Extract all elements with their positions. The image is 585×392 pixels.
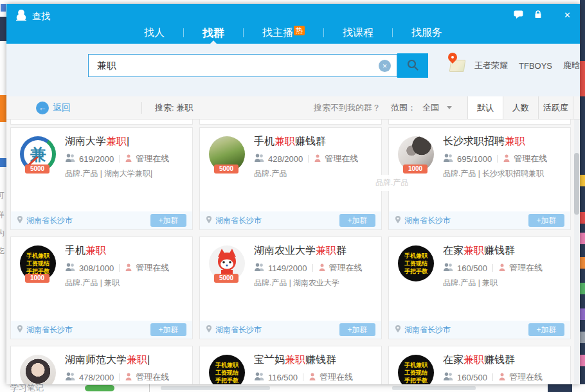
name-part: 手机 [65, 245, 86, 256]
card-footer: 湖南省长沙市 +加群 [200, 321, 381, 339]
location-pin-icon [206, 215, 212, 226]
sort-tab-default[interactable]: 默认 [467, 96, 503, 119]
group-card[interactable]: 湖南师范大学兼职| 478/2000 管理在线 品牌.产品 [10, 346, 193, 384]
group-stats: 695/1000 管理在线 [443, 153, 565, 165]
card-footer: 湖南省长沙市 +加群 [200, 211, 381, 229]
location-text: 湖南省长沙市 [215, 325, 262, 335]
divider [312, 264, 313, 272]
lock-icon[interactable] [534, 10, 542, 21]
members-icon [65, 372, 76, 382]
divider [492, 373, 493, 381]
group-avatar [20, 355, 56, 384]
scrollbar-track[interactable] [574, 120, 579, 384]
group-card[interactable]: 手机兼职 工资现结 手把手教 在家兼职赚钱群 160/500 管理在线 [388, 346, 571, 384]
divider [119, 155, 120, 163]
background-artifact [580, 355, 585, 366]
background-artifact [580, 283, 585, 294]
member-count: 478/2000 [79, 373, 114, 382]
avatar-text-line: 手把手教 [215, 377, 239, 384]
nearby-map-icon[interactable] [446, 52, 467, 74]
tab-find-people[interactable]: 找人 [143, 26, 166, 40]
avatar-text-line: 手机兼职 [26, 252, 50, 260]
member-count: 308/1000 [79, 263, 114, 273]
back-button[interactable]: 返回 [36, 102, 71, 114]
group-card[interactable]: 兼 5000 湖南大学兼职| 619/2000 管理在线 品牌.产品 | 湖南大… [10, 127, 193, 230]
group-avatar: 手机兼职 工资现结 手把手教 [398, 245, 434, 281]
group-card[interactable]: 手机兼职 工资现结 手把手教 1000 手机兼职 308/1000 管理在线 [10, 236, 193, 339]
join-group-button[interactable]: +加群 [339, 323, 375, 336]
avatar-text-line: 手把手教 [404, 377, 428, 384]
avatar-wrap: 兼 5000 [20, 136, 56, 172]
admin-icon [125, 154, 132, 164]
tab-find-streamers[interactable]: 找主播热 [261, 26, 306, 40]
member-count: 619/2000 [79, 154, 114, 164]
group-stats: 428/2000 管理在线 [254, 153, 376, 165]
hot-keyword[interactable]: 鹿晗 [563, 60, 580, 71]
tab-find-courses[interactable]: 找课程 [341, 26, 375, 40]
tab-find-groups[interactable]: 找群 [201, 26, 226, 40]
group-location: 湖南省长沙市 [17, 325, 73, 335]
divider [303, 373, 303, 381]
background-artifact [580, 61, 585, 96]
card-row: 兼 5000 湖南大学兼职| 619/2000 管理在线 品牌.产品 | 湖南大… [10, 127, 571, 230]
admin-status: 管理在线 [320, 371, 353, 383]
group-name: 长沙求职招聘兼职 [443, 135, 565, 148]
tab-find-services[interactable]: 找服务 [410, 26, 444, 40]
search-button[interactable] [397, 53, 428, 78]
name-highlight: 兼职 [285, 354, 305, 365]
admin-icon [125, 263, 132, 273]
results-toolbar: 返回 搜索: 兼职 搜索不到我的群？ 范围： 全国 默认 人数 活跃度 [6, 96, 580, 120]
hot-keyword[interactable]: 王者荣耀 [474, 60, 508, 71]
group-card[interactable]: 1000 长沙求职招聘兼职 695/1000 管理在线 品牌.产品 | 长沙求职… [388, 127, 571, 230]
location-pin-icon [17, 325, 23, 335]
group-stats: 308/1000 管理在线 [65, 262, 187, 274]
clear-search-icon[interactable] [379, 60, 391, 72]
members-icon [443, 372, 454, 382]
group-stats: 1149/2000 管理在线 [254, 262, 376, 274]
group-card[interactable]: 手机兼职 工资现结 手把手教 在家兼职赚钱群 160/500 管理在线 [388, 236, 571, 339]
join-group-button[interactable]: +加群 [528, 323, 564, 336]
avatar-text-line: 工资现结 [215, 369, 239, 377]
members-icon [443, 154, 454, 164]
admin-icon [503, 154, 510, 164]
sort-tab-members[interactable]: 人数 [503, 96, 538, 119]
join-group-button[interactable]: +加群 [150, 323, 186, 336]
sort-tab-activity[interactable]: 活跃度 [538, 96, 573, 119]
close-button[interactable]: ✕ [564, 11, 571, 20]
feedback-icon[interactable] [514, 10, 523, 21]
name-part: 赚钱群 [295, 136, 326, 147]
divider [392, 28, 393, 37]
name-part: 赚钱群 [305, 354, 336, 365]
cant-find-group-link[interactable]: 搜索不到我的群？ [314, 102, 381, 114]
group-name: 湖南师范大学兼职| [65, 353, 187, 367]
group-location: 湖南省长沙市 [206, 215, 262, 226]
members-icon [443, 263, 454, 273]
group-card[interactable]: 5000 手机兼职赚钱群 428/2000 管理在线 品牌.产品 [199, 127, 382, 230]
search-input[interactable] [89, 55, 397, 76]
join-group-button[interactable]: +加群 [528, 214, 564, 227]
admin-icon [498, 373, 506, 382]
admin-status: 管理在线 [509, 262, 543, 274]
location-text: 湖南省长沙市 [26, 215, 73, 226]
scrollbar-thumb[interactable] [574, 153, 579, 215]
join-group-button[interactable]: +加群 [150, 214, 186, 227]
hot-keyword[interactable]: TFBOYS [519, 61, 552, 71]
name-part: 群 [336, 245, 346, 256]
background-artifact [580, 233, 585, 244]
scope-label: 范围： [391, 102, 416, 114]
join-group-button[interactable]: +加群 [339, 214, 375, 227]
name-part: 赚钱群 [484, 354, 515, 365]
find-window: 查找 ✕ 找人 找群 找主播热 找课程 找服务 [6, 4, 580, 384]
location-pin-icon [206, 325, 212, 335]
avatar-wrap: 手机兼职 工资现结 手把手教 1000 [20, 245, 56, 281]
group-card[interactable]: 5000 湖南农业大学兼职群 1149/2000 管理在线 品牌.产品 | 湖南… [199, 236, 382, 339]
divider [243, 28, 244, 37]
group-card[interactable]: 手机兼职 工资现结 手把手教 宝䒑妈兼职赚钱群 116/500 管理在线 [199, 346, 382, 384]
back-arrow-icon [36, 102, 49, 114]
card-content: 湖南农业大学兼职群 1149/2000 管理在线 品牌.产品 | 湖南农业大学 [254, 237, 381, 289]
scope-dropdown[interactable]: 全国 [422, 102, 452, 114]
divider [141, 102, 142, 114]
name-part: 湖南农业大学 [254, 245, 316, 256]
card-content: 手机兼职 308/1000 管理在线 品牌.产品 | 兼职 [65, 237, 192, 289]
magnifier-icon [406, 58, 419, 73]
